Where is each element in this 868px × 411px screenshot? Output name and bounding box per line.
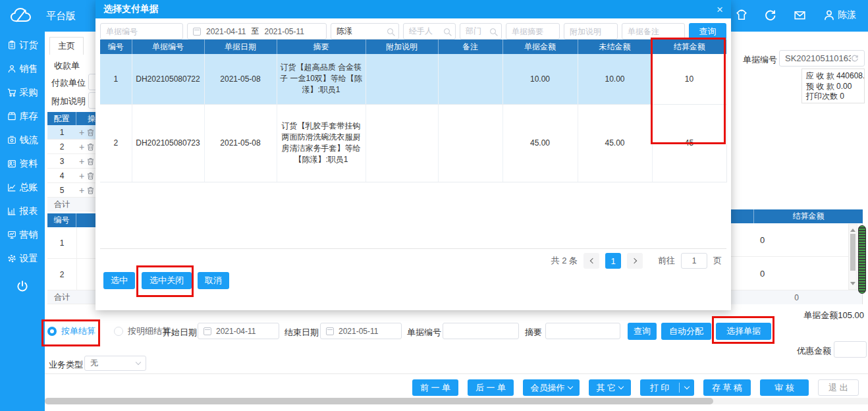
tab-home[interactable]: 主页 <box>49 37 84 55</box>
cell-settle-amount[interactable]: 10 <box>652 54 726 104</box>
discount-input[interactable] <box>834 341 867 358</box>
print-label: 打 印 <box>640 382 679 394</box>
bottom-doc-no-input[interactable] <box>443 323 519 339</box>
print-dropdown[interactable] <box>680 387 694 389</box>
goto-page-input[interactable] <box>681 253 707 269</box>
window-scrollbar-thumb[interactable] <box>858 225 866 294</box>
config-row-index: 3 <box>47 154 76 168</box>
cash-icon <box>7 135 16 145</box>
add-icon[interactable]: + <box>79 127 84 138</box>
user-menu[interactable]: 陈漾 <box>823 9 856 21</box>
sidebar-item-report[interactable]: 报表 <box>7 204 38 218</box>
sidebar-item-sales[interactable]: 销售 <box>7 62 38 76</box>
page-number-button[interactable]: 1 <box>605 253 621 269</box>
edition-label: 平台版 <box>46 10 76 22</box>
table-row[interactable]: 1 DH202105080722 2021-05-08 订货【超高品质 合金筷子… <box>100 54 726 104</box>
mail-icon[interactable] <box>794 9 806 21</box>
select-and-close-button[interactable]: 选中关闭 <box>142 272 192 289</box>
filter-note-input[interactable] <box>564 23 618 40</box>
radio-by-document[interactable] <box>47 327 57 336</box>
save-draft-button[interactable]: 存 草 稿 <box>703 379 751 396</box>
number-col-header: 编号 <box>47 213 76 227</box>
sidebar-item-data[interactable]: 资料 <box>7 157 38 171</box>
scroll-down-arrow[interactable] <box>850 282 855 288</box>
sidebar-item-cashflow[interactable]: 钱流 <box>7 133 38 147</box>
bottom-search-button[interactable]: 查询 <box>628 323 657 340</box>
chevron-right-icon <box>631 258 636 263</box>
select-payment-doc-modal: 选择支付单据 × 2021-04-11 至 2021-05-11 陈漾 经手人 … <box>95 0 731 310</box>
cell-settle-amount[interactable]: 45 <box>652 104 726 182</box>
receivable-line: 应 收 款 440608. <box>806 71 860 82</box>
user-icon <box>823 9 835 21</box>
radio-by-detail[interactable] <box>114 327 123 336</box>
sidebar-item-ledger[interactable]: 总账 <box>7 180 38 194</box>
print-split-button[interactable]: 打 印 <box>640 379 694 396</box>
cancel-button[interactable]: 取消 <box>198 272 229 289</box>
filter-remark-input[interactable] <box>622 23 685 40</box>
doc-no-input[interactable]: SK202105110163 <box>779 50 865 67</box>
logout-power-button[interactable] <box>16 279 29 293</box>
settle-row[interactable]: 0 <box>731 257 862 290</box>
payer-label: 付款单位 <box>51 77 86 89</box>
member-ops-button[interactable]: 会员操作 <box>523 379 580 396</box>
calendar-icon <box>326 327 334 335</box>
end-date-input[interactable]: 2021-05-11 <box>320 323 402 339</box>
other-button[interactable]: 其 它 <box>589 379 631 396</box>
audit-button[interactable]: 审 核 <box>760 379 809 396</box>
next-page-button[interactable] <box>627 253 643 269</box>
next-doc-button[interactable]: 后 一 单 <box>468 379 514 396</box>
refresh-doc-icon[interactable] <box>851 55 859 63</box>
select-document-button[interactable]: 选择单据 <box>716 323 771 340</box>
hscrollbar-thumb[interactable] <box>45 398 713 404</box>
modal-close-icon[interactable]: × <box>717 4 723 15</box>
app-logo[interactable] <box>9 6 34 26</box>
filter-dept-input[interactable]: 部门 <box>460 23 502 40</box>
filter-summary-input[interactable] <box>506 23 560 40</box>
clipboard-icon <box>7 40 16 50</box>
cell-summary: 订货【乳胶手套带挂钩两面防滑洗碗洗衣服厨房清洁家务手套】等给【陈漾】:职员1 <box>277 104 366 182</box>
start-date-input[interactable]: 2021-04-11 <box>198 323 279 339</box>
trash-icon[interactable] <box>87 172 94 180</box>
table-row[interactable]: 2 DH202105080723 2021-05-08 订货【乳胶手套带挂钩两面… <box>100 104 726 182</box>
calendar-icon <box>203 327 211 335</box>
sidebar-item-settings[interactable]: 设置 <box>7 252 38 265</box>
prev-page-button[interactable] <box>583 253 599 269</box>
select-button[interactable]: 选中 <box>103 272 135 289</box>
settle-table-scrollbar[interactable] <box>848 224 857 290</box>
scroll-up-arrow[interactable] <box>850 226 855 232</box>
shop-shirt-icon[interactable] <box>736 9 747 21</box>
add-icon[interactable]: + <box>79 171 84 181</box>
horizontal-scrollbar[interactable] <box>45 398 868 404</box>
col-header: 摘要 <box>277 40 366 54</box>
settle-col-header: 结算金额 <box>754 209 863 223</box>
exit-button[interactable]: 退 出 <box>818 379 859 396</box>
cell-unsettled: 45.00 <box>578 104 652 182</box>
refresh-icon[interactable] <box>765 9 776 21</box>
filter-handler-input[interactable]: 经手人 <box>403 23 456 40</box>
sidebar-item-marketing[interactable]: 营销 <box>7 228 38 242</box>
sidebar-item-inventory[interactable]: 库存 <box>7 109 38 123</box>
col-header: 附加说明 <box>366 40 438 54</box>
filter-date-range[interactable]: 2021-04-11 至 2021-05-11 <box>187 23 327 40</box>
filter-operator-input[interactable]: 陈漾 <box>331 23 399 40</box>
bottom-summary-input[interactable] <box>545 323 620 339</box>
sidebar-item-purchase[interactable]: 采购 <box>7 86 38 99</box>
trash-icon[interactable] <box>87 143 94 151</box>
biz-type-select[interactable]: 无 <box>84 356 146 371</box>
add-icon[interactable]: + <box>79 185 84 196</box>
settle-row[interactable]: 0 <box>731 223 862 257</box>
auto-assign-button[interactable]: 自动分配 <box>661 323 711 340</box>
settle-total-value: 0 <box>794 293 799 302</box>
prev-doc-button[interactable]: 前 一 单 <box>412 379 458 396</box>
end-date-label: 结束日期 <box>285 327 319 339</box>
add-icon[interactable]: + <box>79 142 84 152</box>
add-icon[interactable]: + <box>79 156 84 167</box>
trash-icon[interactable] <box>87 186 94 194</box>
settle-table-header: 结算金额 <box>731 209 863 223</box>
trash-icon[interactable] <box>87 157 94 165</box>
sidebar-item-order[interactable]: 订货 <box>7 38 38 52</box>
modal-search-button[interactable]: 查询 <box>689 23 726 40</box>
filter-doc-no-input[interactable] <box>100 23 183 40</box>
scrollbar-thumb[interactable] <box>850 234 855 271</box>
trash-icon[interactable] <box>87 128 94 136</box>
